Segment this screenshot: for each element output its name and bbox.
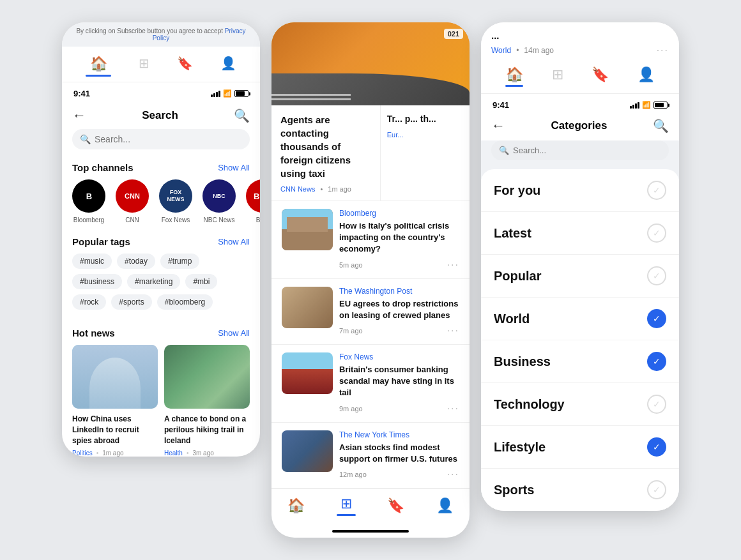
tag-trump[interactable]: #trump <box>160 254 199 269</box>
side-article-title: Tr... p... th... <box>387 113 463 126</box>
cat-popular[interactable]: Popular ✓ <box>481 255 679 298</box>
search-icon-button[interactable]: 🔍 <box>234 108 250 123</box>
nyt-thumb <box>282 430 333 472</box>
feed-nav-home[interactable]: 🏠 <box>287 497 305 514</box>
tags-show-all[interactable]: Show All <box>218 237 250 246</box>
cat-latest-check[interactable]: ✓ <box>647 223 666 243</box>
cat-search-button[interactable]: 🔍 <box>653 118 669 133</box>
mini-nav-grid[interactable]: ⊞ <box>552 66 563 87</box>
hot-news-category-2: Health <box>164 450 183 457</box>
wapo-source: The Washington Post <box>339 287 459 296</box>
channel-nbc[interactable]: NBC NBC News <box>202 179 236 223</box>
cat-back-button[interactable]: ← <box>491 117 505 134</box>
crosswalk <box>271 94 470 100</box>
nav-grid-icon[interactable]: ⊞ <box>139 56 149 77</box>
hot-news-image-2 <box>164 345 250 409</box>
main-article-title: Agents are contacting thousands of forei… <box>280 113 374 180</box>
mini-nav-home[interactable]: 🏠 <box>505 66 523 87</box>
cat-popular-label: Popular <box>494 269 541 284</box>
world-article-title: ... <box>491 30 669 41</box>
search-input[interactable] <box>95 134 242 144</box>
wapo-meta: 7m ago ··· <box>339 325 459 337</box>
main-article-time: 1m ago <box>328 185 351 193</box>
nyt-more-button[interactable]: ··· <box>447 469 459 480</box>
cat-search-input[interactable] <box>513 146 661 155</box>
tag-bloomberg[interactable]: #bloomberg <box>157 294 213 310</box>
channels-show-all[interactable]: Show All <box>218 163 250 172</box>
tag-rock[interactable]: #rock <box>72 294 106 310</box>
side-article-preview[interactable]: Tr... p... th... Eur... <box>381 105 470 201</box>
world-more-button[interactable]: ··· <box>657 45 669 56</box>
channel-foxnews[interactable]: FOXNEWS Fox News <box>159 179 192 223</box>
nbc-logo: NBC <box>202 179 236 213</box>
bbc-name: BBC <box>256 216 260 223</box>
back-button[interactable]: ← <box>72 107 86 124</box>
cat-for-you-check[interactable]: ✓ <box>647 181 666 200</box>
car-badge: 021 <box>444 29 463 39</box>
tag-today[interactable]: #today <box>117 254 155 269</box>
hot-news-meta-2: Health • 3m ago <box>164 450 250 457</box>
bottom-spacer <box>271 533 470 538</box>
cat-sports[interactable]: Sports ✓ <box>481 469 679 511</box>
mini-nav-top: 🏠 ⊞ 🔖 👤 <box>481 61 679 94</box>
channel-bloomberg[interactable]: B Bloomberg <box>72 179 105 223</box>
search-input-bar[interactable]: 🔍 <box>72 129 250 149</box>
tags-row-3: #rock #sports #bloomberg <box>72 294 250 310</box>
categories-content: 9:41 📶 ← Categories 🔍 🔍 <box>481 94 679 511</box>
bloomberg-more-button[interactable]: ··· <box>447 259 459 271</box>
feed-nav-person[interactable]: 👤 <box>436 497 454 514</box>
wapo-more-button[interactable]: ··· <box>447 325 459 337</box>
feed-screen: 021 Agents are contacting thousands of f… <box>271 22 470 538</box>
cat-popular-check[interactable]: ✓ <box>647 266 666 285</box>
hot-news-item-2[interactable]: A chance to bond on a perilous hiking tr… <box>164 345 250 457</box>
cat-world[interactable]: World ✓ <box>481 298 679 340</box>
categories-list: For you ✓ Latest ✓ Popular ✓ World ✓ Bus… <box>481 169 679 511</box>
search-screen: By clicking on Subscribe button you agre… <box>62 22 260 457</box>
mini-nav-person[interactable]: 👤 <box>638 66 655 87</box>
cat-latest[interactable]: Latest ✓ <box>481 212 679 255</box>
nyt-source: The New York Times <box>339 430 459 439</box>
tag-mbi[interactable]: #mbi <box>185 274 217 289</box>
cat-lifestyle-check[interactable]: ✓ <box>647 437 666 457</box>
cat-search-bar[interactable]: 🔍 <box>491 140 669 160</box>
top-channels-header: Top channels Show All <box>62 160 260 179</box>
cat-business-label: Business <box>494 354 551 369</box>
cat-business[interactable]: Business ✓ <box>481 340 679 383</box>
mini-nav-bookmark[interactable]: 🔖 <box>592 66 609 87</box>
main-article-source: CNN News <box>280 185 315 193</box>
cnn-logo: CNN <box>116 179 149 213</box>
article-fox[interactable]: Fox News Britain's consumer banking scan… <box>271 345 470 423</box>
feed-nav-bookmark[interactable]: 🔖 <box>387 497 404 514</box>
tag-music[interactable]: #music <box>72 254 112 269</box>
status-time: 9:41 <box>73 89 90 98</box>
categories-title: Categories <box>551 119 607 132</box>
tag-marketing[interactable]: #marketing <box>127 274 180 289</box>
cat-world-label: World <box>494 312 530 326</box>
article-wapo[interactable]: The Washington Post EU agrees to drop re… <box>271 279 470 345</box>
cat-technology-check[interactable]: ✓ <box>647 395 666 414</box>
fox-more-button[interactable]: ··· <box>447 403 459 414</box>
cat-for-you[interactable]: For you ✓ <box>481 169 679 212</box>
tag-business[interactable]: #business <box>72 274 122 289</box>
nav-bookmark-icon[interactable]: 🔖 <box>177 56 193 77</box>
cat-business-check[interactable]: ✓ <box>647 352 666 371</box>
nav-home-icon[interactable]: 🏠 <box>86 56 111 77</box>
hot-news-title-2: A chance to bond on a perilous hiking tr… <box>164 414 250 446</box>
nav-person-icon[interactable]: 👤 <box>220 56 236 77</box>
world-source-label: World <box>491 46 511 55</box>
cat-world-check[interactable]: ✓ <box>647 309 666 328</box>
hot-news-show-all[interactable]: Show All <box>218 328 250 338</box>
channel-cnn[interactable]: CNN CNN <box>116 179 149 223</box>
main-article-preview[interactable]: Agents are contacting thousands of forei… <box>271 105 381 201</box>
feed-nav-grid[interactable]: ⊞ <box>337 496 356 516</box>
cat-technology[interactable]: Technology ✓ <box>481 383 679 426</box>
world-article-meta: World • 14m ago ··· <box>491 45 669 56</box>
article-bloomberg[interactable]: Bloomberg How is Italy's political crisi… <box>271 201 470 279</box>
tag-sports[interactable]: #sports <box>111 294 151 310</box>
article-nyt[interactable]: The New York Times Asian stocks find mod… <box>271 423 470 488</box>
cat-lifestyle[interactable]: Lifestyle ✓ <box>481 426 679 469</box>
hot-news-item-1[interactable]: How China uses LinkedIn to recruit spies… <box>72 345 158 457</box>
bloomberg-meta: 5m ago ··· <box>339 259 459 271</box>
channel-bbc[interactable]: BBC BBC <box>246 179 260 223</box>
cat-sports-check[interactable]: ✓ <box>647 480 666 499</box>
